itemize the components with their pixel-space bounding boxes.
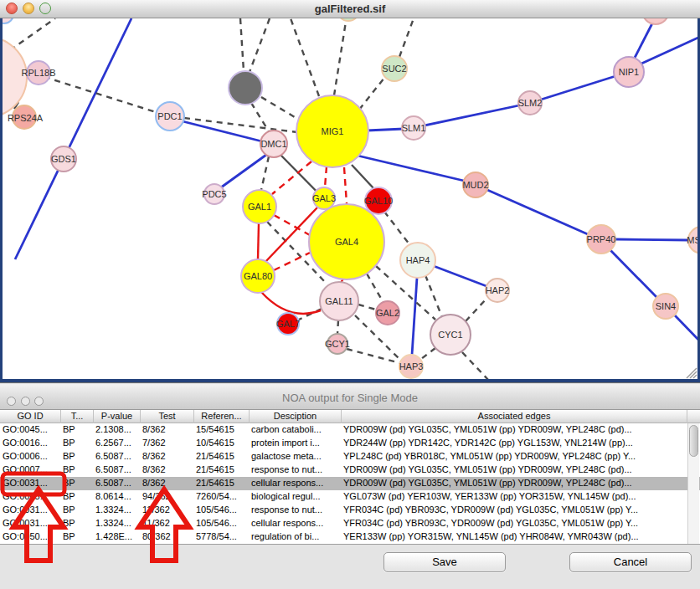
cell-p-value: 8.0614... [95, 490, 141, 504]
cell-description: cellular respons... [251, 477, 341, 490]
node-label: SLM1 [402, 123, 426, 133]
col-test[interactable]: Test [141, 410, 194, 423]
cell-test: 8/362 [142, 464, 193, 477]
table-scrollbar[interactable] [687, 423, 699, 544]
cell-test: 8/362 [142, 450, 193, 464]
table-body: GO:0045... BP 2.1308... 8/362 15/54615 c… [0, 423, 700, 544]
cell-go-id: GO:0050... [3, 530, 60, 544]
cell-go-id: GO:0031... [3, 504, 60, 517]
node-label: RPS24A [8, 113, 44, 123]
node-label: NIP1 [619, 67, 639, 77]
cell-p-value: 1.428E... [95, 530, 141, 544]
node-label: CYC1 [438, 330, 462, 340]
cell-type: BP [63, 450, 93, 464]
node-label: DMC1 [260, 139, 286, 149]
cell-p-value: 2.1308... [95, 423, 141, 437]
node-label: GAL7 [276, 319, 300, 329]
table-row[interactable]: GO:0050... BP 1.428E... 80/362 5778/54..… [0, 530, 700, 544]
node-label: PDC1 [157, 111, 182, 121]
node-label: PDC5 [202, 189, 226, 199]
table-row-selected[interactable]: GO:0031... BP 6.5087... 8/362 21/54615 c… [0, 477, 700, 490]
noa-window: NOA output for Single Mode GO ID T... P-… [0, 382, 700, 589]
cell-p-value: 6.5087... [95, 464, 141, 477]
scrollbar-thumb[interactable] [689, 425, 698, 457]
resize-grip-icon[interactable] [687, 368, 697, 378]
node-label: MIG1 [322, 126, 344, 136]
node-label: HAP2 [486, 285, 510, 295]
col-p-value[interactable]: P-value [94, 410, 141, 423]
network-titlebar[interactable]: galFiltered.sif [0, 0, 700, 18]
col-associated-edges[interactable]: Associated edges [342, 410, 687, 423]
node-label: GAL10 [364, 196, 393, 206]
table-row[interactable]: GO:0031... BP 1.3324... 11/362 105/546..… [0, 517, 700, 530]
cell-description: galactose meta... [251, 450, 341, 464]
table-row[interactable]: GO:0016... BP 6.2567... 7/362 10/54615 p… [0, 437, 700, 450]
cell-reference: 105/546... [196, 517, 250, 530]
table-row[interactable]: GO:0045... BP 2.1308... 8/362 15/54615 c… [0, 423, 700, 437]
cell-type: BP [63, 517, 93, 530]
col-description[interactable]: Desciption [250, 410, 342, 423]
network-canvas[interactable]: RPL18B RPS24A GDS1 PDC1 MIG1 DMC1 SUC2 S… [0, 0, 700, 382]
cell-reference: 10/54615 [196, 437, 250, 450]
node-label: MSI [687, 235, 700, 245]
cell-reference: 21/54615 [196, 450, 250, 464]
window-title: galFiltered.sif [0, 3, 700, 15]
cell-associated-edges: YDR009W (pd) YGL035C, YML051W (pp) YDR00… [343, 464, 685, 477]
col-type[interactable]: T... [61, 410, 94, 423]
results-table: GO ID T... P-value Test Referen... Desci… [0, 410, 700, 545]
cell-associated-edges: YFR034C (pd) YBR093C, YDR009W (pd) YGL03… [343, 517, 685, 530]
cell-test: 80/362 [142, 530, 193, 544]
cell-p-value: 6.5087... [95, 477, 141, 490]
cell-test: 94/362 [142, 490, 193, 504]
cell-associated-edges: YGL073W (pd) YER103W, YER133W (pp) YOR31… [343, 490, 685, 504]
cell-reference: 15/54615 [196, 423, 250, 437]
cell-description: response to nut... [251, 504, 341, 517]
cell-description: cellular respons... [251, 517, 341, 530]
node-label: HAP4 [406, 255, 430, 265]
cell-associated-edges: YFR034C (pd) YBR093C, YDR009W (pd) YGL03… [343, 504, 685, 517]
cell-go-id: GO:0031... [3, 517, 60, 530]
cell-type: BP [63, 504, 93, 517]
cell-go-id: GO:0007... [3, 464, 60, 477]
screen: RPL18B RPS24A GDS1 PDC1 MIG1 DMC1 SUC2 S… [0, 0, 700, 589]
node-label: GAL2 [376, 308, 399, 318]
cell-go-id: GO:0016... [3, 437, 60, 450]
cell-p-value: 6.5087... [95, 450, 141, 464]
node-label: GAL11 [325, 296, 353, 306]
cell-p-value: 1.3324... [95, 517, 141, 530]
cell-associated-edges: YER133W (pp) YOR315W, YNL145W (pd) YHR08… [343, 530, 685, 544]
table-header[interactable]: GO ID T... P-value Test Referen... Desci… [0, 410, 700, 423]
cell-test: 8/362 [142, 423, 193, 437]
cell-go-id: GO:0045... [3, 423, 60, 437]
noa-window-title: NOA output for Single Mode [0, 392, 700, 404]
cell-type: BP [63, 464, 93, 477]
noa-titlebar[interactable]: NOA output for Single Mode [0, 384, 700, 410]
node-label: SUC2 [382, 64, 406, 74]
node-gray[interactable] [229, 71, 262, 105]
cell-go-id: GO:0006... [3, 450, 60, 464]
cell-test: 11/362 [142, 504, 193, 517]
cancel-button[interactable]: Cancel [569, 552, 692, 572]
table-row[interactable]: GO:0007... BP 6.5087... 8/362 21/54615 r… [0, 464, 700, 477]
col-reference[interactable]: Referen... [194, 410, 250, 423]
table-row[interactable]: GO:0065... BP 8.0614... 94/362 7260/54..… [0, 490, 700, 504]
cell-description: regulation of bi... [251, 530, 341, 544]
cell-reference: 21/54615 [196, 477, 250, 490]
cell-go-id: GO:0065... [3, 490, 60, 504]
cell-p-value: 6.2567... [95, 437, 141, 450]
node-label: PRP40 [587, 234, 616, 244]
node-label: MUD2 [462, 180, 488, 190]
cell-p-value: 1.3324... [95, 504, 141, 517]
cell-test: 8/362 [142, 477, 193, 490]
save-button[interactable]: Save [383, 552, 506, 572]
node-label: GCY1 [325, 339, 350, 349]
node-label: SIN4 [656, 301, 676, 311]
col-go-id[interactable]: GO ID [0, 410, 61, 423]
table-row[interactable]: GO:0006... BP 6.5087... 8/362 21/54615 g… [0, 450, 700, 464]
cell-description: carbon cataboli... [251, 423, 341, 437]
node-label: GAL1 [248, 202, 271, 212]
cell-type: BP [63, 490, 93, 504]
cell-type: BP [63, 477, 93, 490]
table-row[interactable]: GO:0031... BP 1.3324... 11/362 105/546..… [0, 504, 700, 517]
node-label: HAP3 [399, 361, 424, 371]
